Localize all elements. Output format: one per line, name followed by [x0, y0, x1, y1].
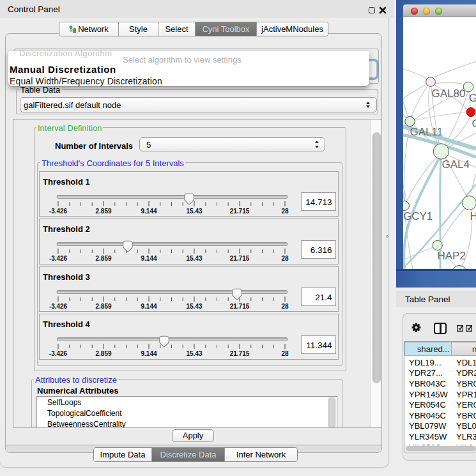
svg-text:2.859: 2.859 [95, 208, 111, 215]
svg-text:GCY1: GCY1 [403, 210, 433, 222]
svg-text:28: 28 [281, 350, 289, 357]
svg-text:2.859: 2.859 [95, 255, 111, 262]
svg-text:21.715: 21.715 [230, 303, 250, 310]
svg-text:15.43: 15.43 [186, 303, 202, 310]
svg-text:HIS4: HIS4 [470, 210, 476, 222]
svg-text:9.144: 9.144 [141, 350, 157, 357]
svg-text:9.144: 9.144 [141, 208, 157, 215]
svg-text:2.859: 2.859 [95, 350, 111, 357]
svg-text:HAP2: HAP2 [438, 250, 466, 262]
svg-text:28: 28 [281, 255, 289, 262]
svg-text:21.715: 21.715 [230, 208, 250, 215]
svg-text:21.715: 21.715 [230, 350, 250, 357]
svg-text:15.43: 15.43 [186, 350, 202, 357]
svg-text:-3.426: -3.426 [49, 208, 68, 215]
svg-text:28: 28 [281, 303, 289, 310]
svg-text:15.43: 15.43 [186, 255, 202, 262]
svg-text:GAL11: GAL11 [410, 126, 443, 138]
svg-text:2.859: 2.859 [95, 303, 111, 310]
svg-text:9.144: 9.144 [141, 255, 157, 262]
svg-text:-3.426: -3.426 [49, 303, 68, 310]
svg-text:15.43: 15.43 [186, 208, 202, 215]
svg-text:-3.426: -3.426 [49, 255, 68, 262]
svg-text:GAL2: GAL2 [469, 92, 476, 104]
svg-text:9.144: 9.144 [141, 303, 157, 310]
svg-text:-3.426: -3.426 [49, 350, 68, 357]
svg-text:CO: CO [472, 118, 476, 130]
svg-text:GAL80: GAL80 [432, 88, 466, 100]
svg-text:28: 28 [281, 208, 289, 215]
svg-text:GAL4: GAL4 [442, 158, 470, 171]
svg-text:21.715: 21.715 [230, 255, 250, 262]
